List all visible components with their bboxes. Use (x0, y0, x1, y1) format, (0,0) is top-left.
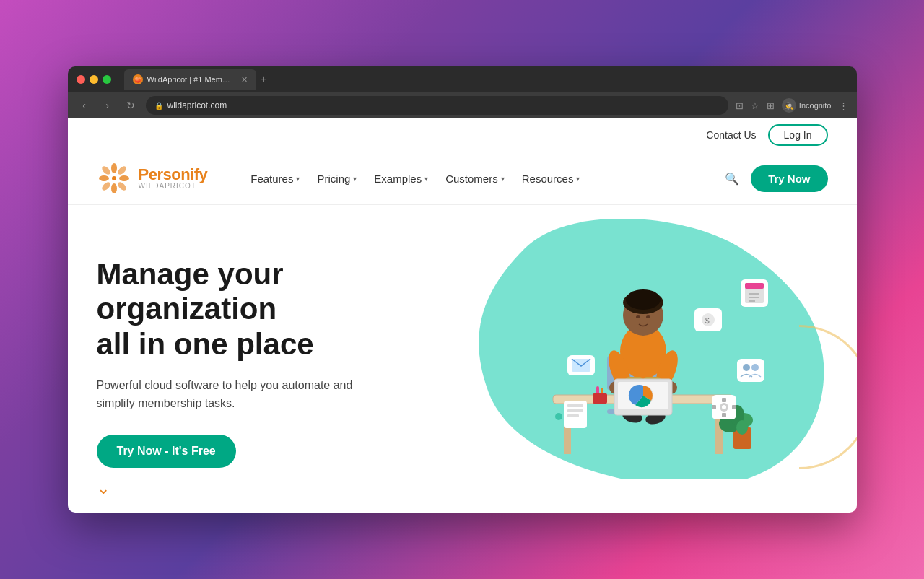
svg-point-37 (736, 420, 748, 435)
nav-customers[interactable]: Customers ▾ (445, 173, 505, 185)
svg-rect-65 (732, 405, 736, 409)
minimize-window-button[interactable] (90, 75, 98, 84)
chevron-down-icon: ⌄ (97, 479, 110, 497)
svg-rect-54 (567, 409, 583, 412)
svg-point-5 (100, 165, 112, 176)
url-text: wildapricot.com (167, 100, 227, 110)
bookmark-icon[interactable]: ☆ (751, 100, 759, 111)
tab-bar: 🍑 WildApricot | #1 Membership M... ✕ + (124, 69, 848, 90)
logo-icon (97, 161, 131, 196)
logo-sub: WildApricot (139, 183, 208, 190)
svg-point-0 (112, 176, 116, 180)
forward-button[interactable]: › (100, 100, 116, 111)
back-button[interactable]: ‹ (77, 100, 92, 111)
svg-point-7 (100, 180, 112, 192)
logo-text: Personify WildApricot (139, 167, 208, 190)
website-content: Contact Us Log In (68, 118, 857, 513)
svg-point-61 (722, 405, 726, 409)
hero-title: Manage your organization all in one plac… (97, 257, 443, 362)
svg-point-58 (751, 364, 759, 371)
active-tab[interactable]: 🍑 WildApricot | #1 Membership M... ✕ (124, 69, 256, 90)
hero-section: Manage your organization all in one plac… (68, 205, 857, 513)
cta-button[interactable]: Try Now - It's Free (97, 435, 236, 468)
address-bar[interactable]: 🔒 wildapricot.com (146, 96, 728, 115)
new-tab-button[interactable]: + (261, 73, 267, 86)
svg-point-19 (626, 290, 661, 310)
traffic-lights (77, 75, 111, 84)
browser-toolbar: ‹ › ↻ 🔒 wildapricot.com ⊡ ☆ ⊞ 🕵 Incognit… (68, 92, 857, 118)
svg-rect-63 (722, 413, 726, 417)
incognito-button[interactable]: 🕵 Incognito (782, 98, 832, 113)
svg-point-6 (116, 165, 128, 176)
main-nav: Personify WildApricot Features ▾ Pricing… (68, 152, 857, 205)
lock-icon: 🔒 (154, 102, 163, 110)
nav-links: Features ▾ Pricing ▾ Examples ▾ Customer… (250, 173, 696, 185)
svg-point-1 (111, 163, 117, 173)
hero-illustration: $ (481, 243, 798, 474)
cast-icon[interactable]: ⊡ (736, 100, 744, 111)
features-chevron-icon: ▾ (296, 175, 300, 183)
search-icon[interactable]: 🔍 (725, 172, 739, 186)
utility-bar: Contact Us Log In (68, 118, 857, 152)
toolbar-right: ⊡ ☆ ⊞ 🕵 Incognito ⋮ (736, 98, 848, 113)
scroll-indicator[interactable]: ⌄ (97, 479, 110, 498)
nav-features[interactable]: Features ▾ (250, 173, 300, 185)
tab-title: WildApricot | #1 Membership M... (147, 75, 234, 84)
logo-name: Personify (139, 167, 208, 183)
svg-rect-64 (712, 405, 716, 409)
svg-rect-56 (737, 359, 764, 382)
resources-chevron-icon: ▾ (576, 175, 580, 183)
svg-rect-55 (567, 414, 579, 417)
svg-point-21 (646, 315, 650, 318)
svg-point-66 (555, 413, 562, 420)
logo[interactable]: Personify WildApricot (97, 161, 208, 196)
hero-subtitle: Powerful cloud software to help you auto… (97, 376, 357, 413)
svg-point-3 (99, 175, 109, 181)
svg-rect-62 (722, 398, 726, 402)
svg-point-4 (119, 175, 129, 181)
tab-favicon: 🍑 (133, 74, 143, 84)
reload-button[interactable]: ↻ (123, 100, 139, 111)
examples-chevron-icon: ▾ (424, 175, 428, 183)
menu-button[interactable]: ⋮ (839, 100, 848, 111)
extension-icon[interactable]: ⊞ (767, 100, 775, 111)
incognito-avatar: 🕵 (782, 98, 796, 113)
hero-image-area: $ (422, 205, 856, 513)
svg-point-57 (743, 364, 750, 371)
svg-text:$: $ (705, 317, 710, 325)
login-button[interactable]: Log In (768, 124, 828, 146)
tab-close-button[interactable]: ✕ (241, 75, 248, 84)
svg-rect-53 (567, 404, 583, 407)
browser-titlebar: 🍑 WildApricot | #1 Membership M... ✕ + (68, 66, 857, 92)
nav-pricing[interactable]: Pricing ▾ (317, 173, 357, 185)
close-window-button[interactable] (77, 75, 85, 84)
try-now-nav-button[interactable]: Try Now (751, 165, 827, 192)
svg-point-2 (111, 183, 117, 193)
incognito-label: Incognito (799, 101, 832, 110)
nav-examples[interactable]: Examples ▾ (374, 173, 428, 185)
hero-content: Manage your organization all in one plac… (97, 257, 443, 468)
customers-chevron-icon: ▾ (501, 175, 505, 183)
pricing-chevron-icon: ▾ (353, 175, 357, 183)
nav-right: 🔍 Try Now (725, 165, 827, 192)
svg-point-20 (636, 315, 640, 318)
svg-rect-43 (745, 283, 764, 289)
svg-rect-40 (593, 393, 607, 404)
svg-point-8 (116, 180, 128, 192)
browser-window: 🍑 WildApricot | #1 Membership M... ✕ + ‹… (68, 66, 857, 513)
nav-resources[interactable]: Resources ▾ (522, 173, 580, 185)
maximize-window-button[interactable] (103, 75, 111, 84)
decorative-circle (799, 325, 857, 469)
contact-us-link[interactable]: Contact Us (706, 129, 756, 141)
